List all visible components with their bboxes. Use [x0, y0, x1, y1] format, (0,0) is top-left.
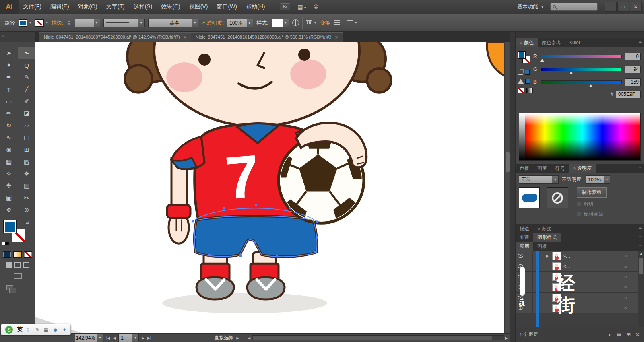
blue-slider-handle[interactable]: [589, 84, 593, 87]
new-sublayer-icon[interactable]: ▤: [617, 332, 621, 338]
make-mask-button[interactable]: 制作蒙版: [577, 187, 607, 198]
ime-account-icon[interactable]: ☻: [53, 327, 58, 333]
web-safe-cube-icon[interactable]: [518, 70, 523, 75]
document-tab-1[interactable]: Nipic_8047451_20140816075445263000.ai* @…: [39, 32, 191, 42]
tool-free-transform[interactable]: ▢: [18, 132, 35, 144]
none-swatch[interactable]: [518, 88, 524, 93]
tab-color-guide[interactable]: 颜色参考: [538, 38, 565, 47]
status-options-icon[interactable]: ▶: [236, 336, 239, 340]
tool-line-segment[interactable]: ╱: [18, 83, 35, 95]
color-spectrum[interactable]: [519, 113, 641, 161]
lock-toggle[interactable]: [525, 251, 533, 261]
next-artboard-button[interactable]: ▶: [142, 336, 144, 340]
tab-symbols[interactable]: 符号: [551, 164, 569, 173]
horizontal-scrollbar-thumb[interactable]: [253, 336, 492, 340]
tool-symbol-sprayer[interactable]: ❉: [0, 180, 18, 192]
target-icon[interactable]: ○: [621, 264, 630, 269]
layer-thumbnail[interactable]: [552, 252, 561, 260]
tab-kuler[interactable]: Kuler: [565, 38, 584, 47]
tool-column-graph[interactable]: ▥: [18, 180, 35, 192]
stroke-color-picker[interactable]: ▼: [35, 19, 48, 27]
ime-keyboard-icon[interactable]: ▦: [44, 327, 49, 333]
tab-brushes[interactable]: 画笔: [533, 164, 551, 173]
lock-toggle[interactable]: [525, 303, 533, 313]
draw-normal-button[interactable]: [6, 262, 12, 268]
new-layer-icon[interactable]: ⊞: [626, 332, 631, 338]
tool-pencil[interactable]: ✎: [18, 71, 35, 83]
tab-stroke[interactable]: 描边: [516, 224, 533, 233]
tab-color[interactable]: ◇ 颜色: [516, 38, 538, 47]
default-fill-stroke-icon[interactable]: [2, 242, 9, 245]
invert-mask-checkbox[interactable]: [577, 212, 581, 216]
vertical-scrollbar[interactable]: [504, 42, 510, 333]
layer-row[interactable]: ○: [516, 272, 644, 282]
tab-swatches[interactable]: 色板: [516, 164, 533, 173]
raster-settings-button[interactable]: ▼: [306, 20, 317, 25]
target-icon[interactable]: ○: [621, 306, 630, 311]
grayscale-ramp[interactable]: [519, 113, 525, 160]
menu-object[interactable]: 对象(O): [74, 0, 102, 14]
align-icon[interactable]: [334, 20, 340, 25]
scroll-left-icon[interactable]: ◀: [248, 336, 250, 340]
close-tab-icon[interactable]: ×: [335, 35, 338, 40]
layer-thumbnail[interactable]: [552, 262, 561, 270]
lock-toggle[interactable]: [525, 272, 533, 282]
mask-thumbnail[interactable]: [547, 187, 568, 208]
tool-type[interactable]: T: [0, 83, 18, 95]
tool-shape-builder[interactable]: ◉: [0, 144, 18, 156]
tool-paintbrush[interactable]: ✐: [18, 95, 35, 107]
toolbar-grip[interactable]: [9, 34, 18, 46]
input-method-bar[interactable]: S 英 ☾ ✎ ▦ ☻ ✦: [1, 324, 71, 335]
green-value-field[interactable]: 94: [625, 66, 641, 73]
gamut-swatch[interactable]: [525, 79, 530, 84]
menu-edit[interactable]: 编辑(E): [46, 0, 74, 14]
zoom-level-combo[interactable]: 142.94%▼: [75, 334, 103, 342]
tool-mesh[interactable]: ▦: [0, 156, 18, 168]
previous-artboard-button[interactable]: ◀: [113, 336, 116, 340]
isolate-selected-button[interactable]: ▼: [347, 20, 357, 25]
search-input[interactable]: [550, 3, 598, 11]
width-profile-combo[interactable]: ▼: [103, 19, 145, 27]
ime-language-toggle[interactable]: 英: [17, 326, 23, 333]
vertical-scrollbar-thumb[interactable]: [506, 152, 510, 172]
lock-toggle[interactable]: [525, 282, 533, 292]
tool-slice[interactable]: ✂: [18, 192, 35, 204]
none-button[interactable]: [24, 251, 32, 258]
hex-value-field[interactable]: 005E9F: [616, 91, 641, 98]
graphic-style-combo[interactable]: ▼: [272, 19, 289, 27]
panel-menu-icon[interactable]: ≡: [639, 243, 642, 249]
transform-panel-link[interactable]: 变换: [320, 19, 330, 27]
gradient-button[interactable]: [13, 251, 22, 258]
tab-appearance[interactable]: 外观: [516, 233, 533, 242]
opacity-combo[interactable]: 100%▶: [227, 19, 253, 27]
ime-pen-icon[interactable]: ✎: [35, 327, 40, 333]
arrange-documents-button[interactable]: ▦▼: [297, 4, 306, 10]
layer-row[interactable]: <... ○: [516, 261, 644, 272]
layer-name[interactable]: <...: [563, 264, 621, 269]
tool-width[interactable]: ∿: [0, 132, 18, 144]
tool-hand[interactable]: ✥: [0, 204, 18, 216]
layer-row[interactable]: ○: [516, 293, 644, 303]
ime-settings-icon[interactable]: ✦: [62, 327, 67, 333]
tool-blend[interactable]: ❖: [18, 168, 35, 180]
tab-layers[interactable]: 图层: [516, 242, 533, 251]
lock-toggle[interactable]: [525, 293, 533, 303]
panel-menu-icon[interactable]: ≡: [639, 234, 642, 240]
menu-file[interactable]: 文件(F): [19, 0, 46, 14]
sogou-logo[interactable]: S: [5, 326, 13, 334]
lock-toggle[interactable]: [525, 261, 533, 271]
layers-scrollbar[interactable]: ▲: [638, 251, 644, 327]
target-icon[interactable]: ○: [621, 285, 630, 290]
tool-direct-selection[interactable]: ➣: [18, 47, 35, 59]
scroll-up-icon[interactable]: ▲: [638, 251, 644, 255]
rotate-view-icon[interactable]: ✇: [314, 4, 319, 10]
menu-type[interactable]: 文字(T): [102, 0, 129, 14]
ime-mode-icon[interactable]: ☾: [27, 327, 31, 333]
close-tab-icon[interactable]: ×: [184, 35, 186, 40]
stroke-weight-stepper[interactable]: ▲▼: [67, 20, 72, 25]
layer-row[interactable]: ▶ <... ○: [516, 251, 644, 261]
target-icon[interactable]: ○: [621, 295, 630, 300]
layer-row[interactable]: ○: [516, 282, 644, 293]
tool-magic-wand[interactable]: ✶: [0, 59, 18, 71]
tool-artboard[interactable]: ▣: [0, 192, 18, 204]
